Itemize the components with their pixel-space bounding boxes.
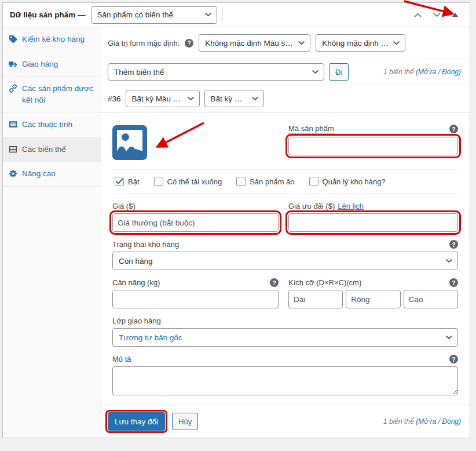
- bulk-actions-toolbar: Thêm biến thể Đi 1 biến thể (Mở ra / Đón…: [101, 59, 470, 85]
- height-input[interactable]: [404, 290, 458, 308]
- move-down-button[interactable]: [432, 12, 442, 19]
- save-changes-button[interactable]: Lưu thay đổi: [108, 412, 165, 431]
- help-icon[interactable]: ?: [185, 39, 193, 48]
- sidebar-item-inventory[interactable]: Kiểm kê kho hàng: [3, 27, 101, 52]
- product-type-select[interactable]: Sản phẩm có biến thể: [91, 6, 217, 24]
- chevron-down-icon: [188, 97, 194, 101]
- variations-panel: Giá trị form mặc định: ? Không mặc định …: [101, 27, 470, 438]
- default-form-values-label: Giá trị form mặc định:: [108, 39, 180, 48]
- bulk-action-value: Thêm biến thể: [114, 68, 164, 77]
- schedule-link[interactable]: Lên lịch: [338, 202, 364, 210]
- variation-header: #36 Bất kỳ Màu sắc.. Bất kỳ Size...: [101, 85, 470, 112]
- metabox-header: Dữ liệu sản phẩm — Sản phẩm có biến thể: [3, 3, 470, 27]
- expand-all-link[interactable]: Mở ra: [418, 68, 436, 76]
- shipping-class-value: Tương tự bản gốc: [119, 333, 182, 342]
- close-all-link[interactable]: Đóng: [442, 68, 459, 76]
- variation-options-row: Bật Có thể tải xuống Sản phẩm ảo: [112, 169, 458, 194]
- variations-count: 1 biến thể: [383, 417, 414, 425]
- default-color-select[interactable]: Không mặc định Màu sắc...: [199, 34, 310, 52]
- help-icon[interactable]: ?: [449, 125, 458, 133]
- sidebar-item-shipping[interactable]: Giao hàng: [3, 52, 101, 77]
- virtual-checkbox[interactable]: Sản phẩm ảo: [236, 177, 294, 186]
- checkbox-box: [236, 177, 246, 186]
- go-button[interactable]: Đi: [329, 63, 349, 81]
- checkbox-label: Có thể tải xuống: [167, 177, 222, 186]
- metabox-handle-actions: [413, 12, 463, 19]
- sidebar-item-linked-products[interactable]: Các sản phẩm được kết nối: [3, 77, 101, 112]
- variation-size-value: Bất kỳ Size...: [211, 94, 247, 103]
- variation-color-select[interactable]: Bất kỳ Màu sắc..: [126, 90, 200, 107]
- stock-status-select[interactable]: Còn hàng: [112, 252, 458, 270]
- variation-id: #36: [108, 94, 121, 103]
- sidebar-item-attributes[interactable]: Các thuộc tính: [3, 112, 101, 137]
- checkbox-box: [115, 177, 124, 186]
- sale-price-field-label: Giá ưu đãi ($) Lên lịch: [288, 202, 458, 210]
- help-icon[interactable]: ?: [449, 278, 458, 287]
- toggle-panel-button[interactable]: [451, 12, 459, 18]
- help-icon[interactable]: ?: [270, 278, 279, 287]
- chevron-down-icon: [252, 97, 258, 101]
- variations-meta: 1 biến thể (Mở ra / Đóng): [383, 417, 464, 425]
- sale-price-label: Giá ưu đãi ($): [288, 202, 335, 210]
- check-icon: [116, 179, 123, 184]
- default-size-select[interactable]: Không mặc định Size...: [316, 34, 405, 52]
- help-icon[interactable]: ?: [449, 355, 458, 363]
- chevron-down-icon: [446, 259, 452, 263]
- weight-field-label: Cân nặng (kg) ?: [112, 278, 279, 287]
- price-field-label: Giá ($): [112, 202, 279, 210]
- expand-all-link[interactable]: Mở ra: [418, 417, 436, 425]
- stock-status-value: Còn hàng: [119, 257, 153, 265]
- sidebar-item-variations[interactable]: Các biến thể: [3, 137, 101, 162]
- variations-footer: Lưu thay đổi Hủy 1 biến thể (Mở ra / Đón…: [101, 405, 470, 438]
- dimensions-field-label: Kích cỡ (D×R×C)(cm) ?: [288, 278, 458, 287]
- description-textarea[interactable]: [112, 366, 458, 395]
- weight-label: Cân nặng (kg): [112, 278, 160, 287]
- variation-image-button[interactable]: [112, 125, 147, 160]
- chevron-up-icon: [414, 13, 422, 17]
- truck-icon: [9, 60, 17, 68]
- enabled-checkbox[interactable]: Bật: [115, 177, 140, 186]
- bulk-action-select[interactable]: Thêm biến thể: [108, 63, 324, 81]
- chevron-down-icon: [446, 336, 452, 340]
- chevron-down-icon: [312, 70, 318, 74]
- shipping-class-label: Lớp giao hàng: [112, 317, 161, 325]
- gear-icon: [9, 169, 17, 178]
- sale-price-input[interactable]: [288, 213, 458, 232]
- shipping-class-field-label: Lớp giao hàng: [112, 317, 458, 325]
- checkbox-label: Quản lý kho hàng?: [323, 177, 386, 186]
- chevron-down-icon: [298, 41, 305, 45]
- close-all-link[interactable]: Đóng: [442, 417, 459, 425]
- price-label: Giá ($): [112, 202, 136, 210]
- triangle-up-icon: [452, 13, 458, 17]
- chevron-down-icon: [393, 41, 400, 45]
- shipping-class-select[interactable]: Tương tự bản gốc: [112, 328, 458, 347]
- link-icon: [9, 84, 17, 93]
- manage-stock-checkbox[interactable]: Quản lý kho hàng?: [309, 177, 386, 186]
- variations-count: 1 biến thể: [383, 68, 414, 76]
- price-input[interactable]: [112, 213, 279, 232]
- cancel-button[interactable]: Hủy: [172, 413, 198, 430]
- list-icon: [9, 120, 17, 129]
- metabox-title: Dữ liệu sản phẩm —: [10, 10, 86, 19]
- sidebar-item-label: Các biến thể: [22, 144, 66, 155]
- description-label: Mô tả: [112, 355, 131, 363]
- checkbox-label: Sản phẩm ảo: [250, 177, 294, 186]
- product-type-value: Sản phẩm có biến thể: [97, 10, 173, 19]
- checkbox-label: Bật: [128, 177, 140, 186]
- length-input[interactable]: [288, 290, 343, 308]
- weight-input[interactable]: [112, 290, 279, 308]
- default-color-value: Không mặc định Màu sắc...: [205, 39, 294, 48]
- sidebar-item-label: Các sản phẩm được kết nối: [22, 83, 97, 106]
- move-up-button[interactable]: [413, 12, 423, 19]
- sidebar-item-label: Các thuộc tính: [22, 119, 72, 130]
- downloadable-checkbox[interactable]: Có thể tải xuống: [154, 177, 222, 186]
- default-size-value: Không mặc định Size...: [322, 39, 389, 48]
- sidebar-item-advanced[interactable]: Nâng cao: [3, 162, 101, 187]
- variation-size-select[interactable]: Bất kỳ Size...: [204, 90, 264, 107]
- help-icon[interactable]: ?: [449, 240, 458, 249]
- sidebar-item-label: Giao hàng: [22, 59, 58, 70]
- upload-row: Mã sản phẩm ?: [112, 122, 458, 160]
- sku-field-label: Mã sản phẩm ?: [288, 124, 458, 134]
- width-input[interactable]: [346, 290, 400, 308]
- sku-input[interactable]: [288, 137, 458, 155]
